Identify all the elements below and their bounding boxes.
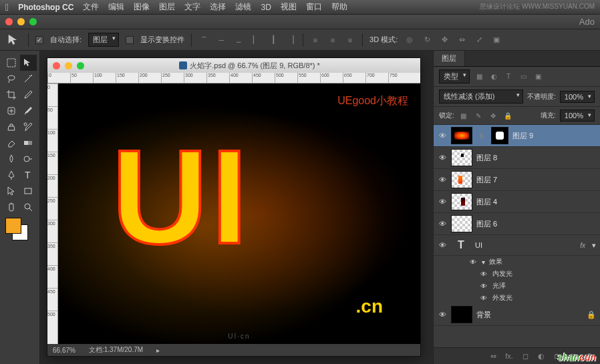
doc-close-button[interactable]	[53, 62, 60, 69]
3d-slide-icon[interactable]: ⇔	[456, 35, 467, 45]
effect-satin[interactable]: 👁 光泽	[434, 280, 600, 292]
doc-zoom-button[interactable]	[77, 62, 84, 69]
layer-mask-thumbnail[interactable]	[491, 127, 508, 144]
layer-thumbnail[interactable]	[451, 149, 472, 166]
rectangle-tool[interactable]	[20, 183, 37, 199]
layer-style-icon[interactable]: fx.	[504, 351, 514, 361]
menu-select[interactable]: 选择	[210, 1, 226, 13]
layer-row[interactable]: 👁 图层 6	[434, 213, 600, 235]
menu-window[interactable]: 窗口	[306, 1, 322, 13]
menu-layer[interactable]: 图层	[159, 1, 175, 13]
layer-thumbnail[interactable]	[451, 193, 472, 210]
layer-name[interactable]: UI	[475, 241, 576, 249]
layer-mask-icon[interactable]: ◻	[520, 351, 531, 361]
lock-position-icon[interactable]: ✥	[488, 110, 498, 121]
auto-select-dropdown[interactable]: 图层	[88, 33, 119, 47]
filter-smart-icon[interactable]: ▣	[533, 71, 543, 82]
align-bottom-icon[interactable]: ⎽	[233, 35, 244, 45]
layer-name[interactable]: 背景	[476, 310, 583, 320]
distribute-icon[interactable]: ≡	[327, 35, 338, 45]
visibility-toggle-icon[interactable]: 👁	[479, 295, 488, 302]
visibility-toggle-icon[interactable]: 👁	[438, 311, 447, 319]
layer-row[interactable]: 👁 ⎘ 图层 9	[434, 125, 600, 147]
minimize-window-button[interactable]	[17, 18, 25, 25]
brush-tool[interactable]	[20, 103, 37, 119]
filter-adjustment-icon[interactable]: ◐	[488, 71, 499, 82]
distribute-icon[interactable]: ≡	[310, 35, 321, 45]
lasso-tool[interactable]	[3, 71, 20, 87]
3d-roll-icon[interactable]: ↻	[422, 35, 432, 45]
3d-orbit-icon[interactable]: ◎	[404, 35, 415, 45]
fx-badge[interactable]: fx	[580, 242, 588, 249]
healing-brush-tool[interactable]	[3, 103, 20, 119]
align-right-icon[interactable]: ▕	[285, 35, 296, 45]
type-tool[interactable]: T	[20, 167, 37, 183]
3d-camera-icon[interactable]: ▣	[491, 35, 502, 45]
visibility-toggle-icon[interactable]: 👁	[438, 220, 447, 228]
filter-type-icon[interactable]: T	[503, 71, 514, 82]
align-vcenter-icon[interactable]: ⸺	[216, 35, 227, 45]
layer-kind-dropdown[interactable]: 类型	[439, 69, 470, 83]
lock-all-icon[interactable]: 🔒	[502, 110, 513, 121]
layer-thumbnail[interactable]	[451, 127, 472, 144]
menu-3d[interactable]: 3D	[261, 3, 271, 12]
menu-file[interactable]: 文件	[83, 1, 99, 13]
visibility-toggle-icon[interactable]: 👁	[438, 198, 447, 206]
menu-type[interactable]: 文字	[184, 1, 200, 13]
document-size[interactable]: 文档:1.37M/20.7M	[89, 345, 143, 355]
collapse-icon[interactable]: ▾	[482, 258, 485, 266]
link-layers-icon[interactable]: ⇔	[488, 351, 498, 361]
visibility-toggle-icon[interactable]: 👁	[479, 283, 488, 290]
layer-row[interactable]: 👁 图层 7	[434, 169, 600, 191]
lock-image-icon[interactable]: ✎	[473, 110, 484, 121]
lock-transparent-icon[interactable]: ▦	[458, 110, 469, 121]
hand-tool[interactable]	[3, 199, 20, 215]
layer-row[interactable]: 👁 图层 4	[434, 191, 600, 213]
3d-pan-icon[interactable]: ✥	[439, 35, 450, 45]
menu-filter[interactable]: 滤镜	[235, 1, 251, 13]
layer-name[interactable]: 图层 8	[476, 153, 596, 163]
marquee-tool[interactable]	[3, 55, 20, 71]
text-layer-row[interactable]: 👁 T UI fx ▾	[434, 235, 600, 256]
fill-input[interactable]: 100%	[560, 110, 595, 122]
layer-name[interactable]: 图层 4	[476, 197, 596, 207]
move-tool[interactable]	[20, 55, 37, 71]
zoom-tool[interactable]	[20, 199, 37, 215]
show-transform-checkbox[interactable]	[126, 36, 134, 44]
layer-row[interactable]: 👁 图层 8	[434, 147, 600, 169]
zoom-window-button[interactable]	[29, 18, 37, 25]
eyedropper-tool[interactable]	[20, 87, 37, 103]
layer-name[interactable]: 图层 6	[476, 219, 596, 229]
layer-name[interactable]: 图层 9	[512, 131, 596, 141]
menu-image[interactable]: 图像	[134, 1, 150, 13]
blend-mode-dropdown[interactable]: 线性减淡 (添加)	[439, 89, 523, 104]
history-brush-tool[interactable]	[20, 119, 37, 135]
blur-tool[interactable]	[3, 151, 20, 167]
menu-view[interactable]: 视图	[281, 1, 297, 13]
tab-layers[interactable]: 图层	[434, 51, 465, 66]
effect-inner-glow[interactable]: 👁 内发光	[434, 268, 600, 280]
visibility-toggle-icon[interactable]: 👁	[438, 241, 447, 249]
visibility-toggle-icon[interactable]: 👁	[468, 258, 478, 266]
horizontal-ruler[interactable]: 0501001502002503003504004505005506006507…	[47, 73, 420, 83]
visibility-toggle-icon[interactable]: 👁	[479, 270, 488, 278]
menu-help[interactable]: 帮助	[331, 1, 347, 13]
filter-pixel-icon[interactable]: ▦	[474, 71, 484, 82]
layer-name[interactable]: 图层 7	[476, 175, 596, 185]
align-left-icon[interactable]: ▏	[251, 35, 261, 45]
doc-minimize-button[interactable]	[65, 62, 72, 69]
distribute-icon[interactable]: ≡	[345, 35, 355, 45]
magic-wand-tool[interactable]	[20, 71, 37, 87]
crop-tool[interactable]	[3, 87, 20, 103]
app-name[interactable]: Photoshop CC	[18, 3, 73, 12]
effect-outer-glow[interactable]: 👁 外发光	[434, 292, 600, 304]
layer-thumbnail[interactable]	[451, 171, 472, 188]
opacity-input[interactable]: 100%	[560, 91, 595, 103]
effects-header[interactable]: 👁 ▾ 效果	[434, 256, 600, 268]
visibility-toggle-icon[interactable]: 👁	[438, 154, 447, 162]
apple-logo-icon[interactable]: 	[5, 2, 9, 13]
canvas[interactable]: UEgood小教程 UI .cn UI·cn	[58, 83, 420, 344]
path-selection-tool[interactable]	[3, 183, 20, 199]
close-window-button[interactable]	[5, 18, 13, 25]
status-arrow-icon[interactable]: ▸	[156, 347, 160, 354]
